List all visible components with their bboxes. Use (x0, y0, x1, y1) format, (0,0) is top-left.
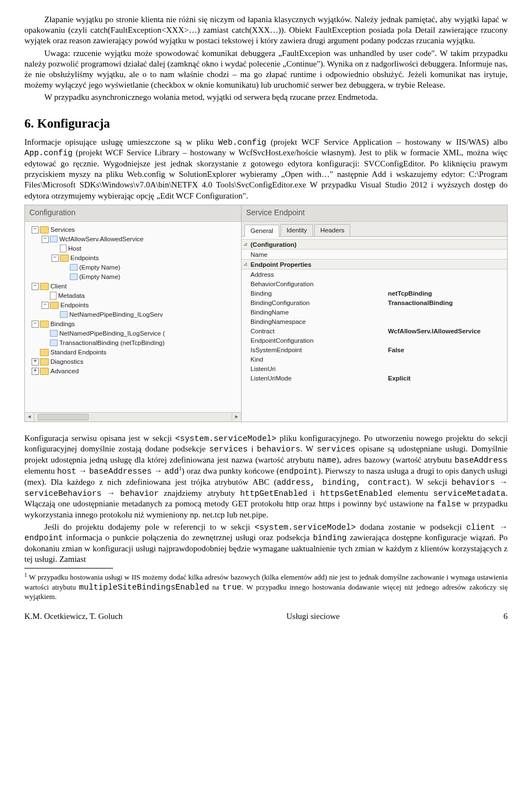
code: client (466, 523, 495, 532)
tree-item[interactable]: −Bindings (27, 319, 241, 329)
property-row[interactable]: BehaviorConfiguration (242, 279, 507, 288)
tree-item[interactable]: +Advanced (27, 367, 241, 376)
property-grid[interactable]: ⊿(Configuration)Name⊿Endpoint Properties… (242, 237, 507, 421)
tree-item[interactable]: −WcfAllowServ.AllowedService (27, 235, 241, 244)
property-name: ListenUri (249, 365, 388, 373)
code: address, binding, contract (277, 478, 407, 487)
code: serviceMetadata (433, 489, 506, 498)
code: multipleSiteBindingsEnabled (79, 583, 209, 592)
property-row[interactable]: ListenUriModeExplicit (242, 373, 507, 383)
property-row[interactable]: BindingNamespace (242, 317, 507, 326)
tree-item[interactable]: Metadata (27, 291, 241, 301)
txt: ). W sekcji (407, 478, 452, 486)
tab-general[interactable]: General (244, 225, 279, 237)
collapse-icon[interactable]: − (32, 226, 39, 233)
folder-icon (40, 226, 49, 233)
property-row[interactable]: EndpointConfiguration (242, 336, 507, 345)
collapse-icon[interactable]: − (52, 255, 59, 262)
doc-icon (50, 292, 57, 299)
tree-item-label: NetNamedPipeBinding_ILogService ( (59, 329, 165, 338)
tree-item[interactable]: +Diagnostics (27, 357, 241, 367)
property-value[interactable]: netTcpBinding (388, 290, 507, 298)
property-row[interactable]: ContractWcfAllowServ.IAllowedService (242, 326, 507, 336)
property-value[interactable]: Explicit (388, 374, 507, 383)
code: add (165, 467, 179, 476)
code: behaviors (257, 445, 300, 454)
node-icon (50, 339, 58, 346)
tree-item[interactable]: TransactionalBinding (netTcpBinding) (27, 338, 241, 348)
collapse-icon[interactable]: − (32, 283, 39, 290)
horizontal-scrollbar[interactable]: ◄ ► (25, 412, 241, 422)
scroll-left-arrow[interactable]: ◄ (25, 413, 34, 422)
property-row[interactable]: BindingConfigurationTransactionalBinding (242, 298, 507, 307)
txt: . W (300, 444, 317, 453)
property-category: ⊿Endpoint Properties (242, 259, 507, 270)
tab-headers[interactable]: Headers (314, 224, 350, 237)
para-servicemodel: Konfiguracja serwisu opisana jest w sekc… (24, 433, 508, 520)
tree-item[interactable]: −Endpoints (27, 253, 241, 263)
tree-item[interactable]: NetNamedPipeBinding_ILogServ (27, 310, 241, 319)
txt: Jeśli do projektu dodajemy pole w refere… (44, 522, 254, 531)
collapse-icon[interactable]: − (42, 302, 49, 309)
txt: i (308, 489, 320, 498)
expand-icon[interactable]: + (32, 358, 39, 365)
para-client-endpoint: Jeśli do projektu dodajemy pole w refere… (24, 522, 508, 565)
collapse-icon[interactable]: ⊿ (242, 261, 249, 268)
txt: ), adres bazowy (wartość atrybutu (336, 455, 454, 464)
txt: Informacje opisujące usługę umieszczone … (24, 138, 218, 146)
tree-item[interactable]: NetNamedPipeBinding_ILogService ( (27, 329, 241, 338)
tree-item[interactable]: −Endpoints (27, 301, 241, 310)
collapse-icon[interactable]: − (32, 321, 39, 328)
node-icon (50, 236, 58, 242)
property-value[interactable]: False (388, 346, 507, 354)
scroll-thumb[interactable] (38, 414, 89, 420)
node-icon (50, 330, 58, 337)
code: endpoint (279, 467, 318, 476)
code-web-config: Web.config (218, 138, 267, 147)
tab-identity[interactable]: Identity (280, 224, 313, 237)
config-tree[interactable]: −Services−WcfAllowServ.AllowedServiceHos… (25, 222, 241, 412)
txt: znajdziemy atrybuty (158, 489, 240, 498)
tree-item[interactable]: Standard Endpoints (27, 348, 241, 357)
scroll-track[interactable] (34, 413, 232, 422)
footer-page-number: 6 (503, 611, 508, 622)
property-row[interactable]: IsSystemEndpointFalse (242, 345, 507, 354)
scroll-right-arrow[interactable]: ► (232, 413, 241, 422)
folder-icon (50, 302, 59, 309)
tree-item[interactable]: −Client (27, 282, 241, 291)
folder-icon (40, 283, 49, 290)
page-footer: K.M. Ocetkiewicz, T. Goluch Usługi sieci… (24, 611, 508, 622)
expand-icon[interactable]: + (32, 368, 39, 375)
property-row[interactable]: BindingName (242, 307, 507, 317)
tree-item[interactable]: (Empty Name) (27, 263, 241, 272)
txt: i (248, 444, 257, 453)
property-name: BindingConfiguration (249, 299, 388, 307)
configuration-pane: Configuration −Services−WcfAllowServ.All… (25, 205, 242, 422)
txt: → (152, 466, 165, 475)
tree-item-label: (Empty Name) (79, 273, 120, 281)
folder-icon (40, 368, 49, 375)
footnote-1: 1 W przypadku hostowania usługi w IIS mo… (24, 572, 508, 601)
txt: Konfiguracja serwisu opisana jest w sekc… (24, 434, 175, 443)
property-row[interactable]: Name (242, 250, 507, 259)
tree-item[interactable]: −Services (27, 225, 241, 235)
txt: informacja o punkcie połączenia do zewnę… (63, 533, 313, 542)
tree-item[interactable]: Host (27, 244, 241, 253)
code: false (437, 500, 461, 509)
tree-item[interactable]: (Empty Name) (27, 272, 241, 282)
txt: na (209, 583, 222, 591)
collapse-icon[interactable]: − (42, 236, 49, 243)
property-value[interactable]: WcfAllowServ.IAllowedService (388, 327, 507, 336)
property-value[interactable]: TransactionalBinding (388, 299, 507, 307)
configuration-title: Configuration (25, 205, 241, 222)
property-row[interactable]: Address (242, 270, 507, 279)
collapse-icon[interactable]: ⊿ (242, 241, 249, 248)
property-row[interactable]: ListenUri (242, 364, 507, 373)
txt: → (101, 489, 120, 498)
property-name: Name (249, 251, 388, 259)
property-row[interactable]: Kind (242, 354, 507, 364)
property-name: Endpoint Properties (249, 261, 388, 269)
para-exception-2: Uwaga: rzucenie wyjątku może spowodować … (24, 48, 508, 91)
footer-title: Usługi sieciowe (287, 611, 340, 622)
property-row[interactable]: BindingnetTcpBinding (242, 288, 507, 298)
